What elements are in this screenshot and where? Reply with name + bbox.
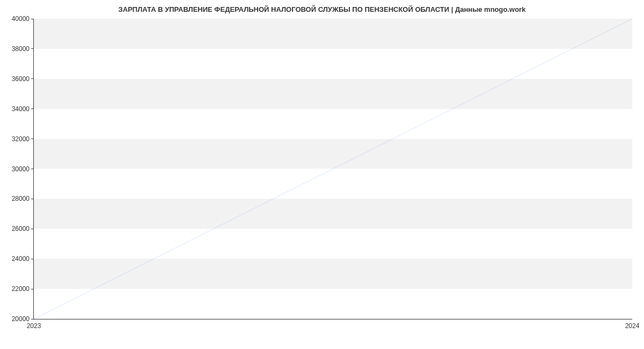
y-axis-label: 24000 <box>12 255 30 263</box>
y-tick <box>31 108 34 109</box>
y-axis-label: 36000 <box>12 75 30 83</box>
y-axis-label: 34000 <box>12 105 30 113</box>
y-axis-label: 38000 <box>12 45 30 53</box>
grid-band <box>34 109 632 139</box>
grid-band <box>34 139 632 169</box>
y-tick <box>31 259 34 259</box>
y-axis-label: 30000 <box>12 165 30 173</box>
y-tick <box>31 229 34 229</box>
chart-title: ЗАРПЛАТА В УПРАВЛЕНИЕ ФЕДЕРАЛЬНОЙ НАЛОГО… <box>0 0 644 16</box>
y-axis-label: 32000 <box>12 135 30 143</box>
y-axis-label: 40000 <box>12 15 30 23</box>
y-axis-label: 28000 <box>12 195 30 202</box>
y-axis-label: 20000 <box>12 315 30 323</box>
grid-band <box>34 199 632 229</box>
grid-band <box>34 79 632 109</box>
y-tick <box>31 78 34 79</box>
grid-band <box>34 229 632 259</box>
y-axis-label: 26000 <box>12 225 30 232</box>
x-axis-label: 2023 <box>27 322 41 330</box>
grid-band <box>34 19 632 49</box>
y-axis-label: 22000 <box>12 285 30 293</box>
y-tick <box>31 319 34 319</box>
y-tick <box>31 169 34 169</box>
chart-plot-area: 2000022000240002600028000300003200034000… <box>33 19 632 319</box>
grid-band <box>34 289 632 319</box>
y-tick <box>31 289 34 289</box>
y-tick <box>31 19 34 19</box>
x-axis-label: 2024 <box>625 322 640 330</box>
y-tick <box>31 139 34 139</box>
grid-band <box>34 259 632 289</box>
grid-band <box>34 169 632 199</box>
y-tick <box>31 48 34 49</box>
y-tick <box>31 199 34 199</box>
grid-band <box>34 49 632 79</box>
